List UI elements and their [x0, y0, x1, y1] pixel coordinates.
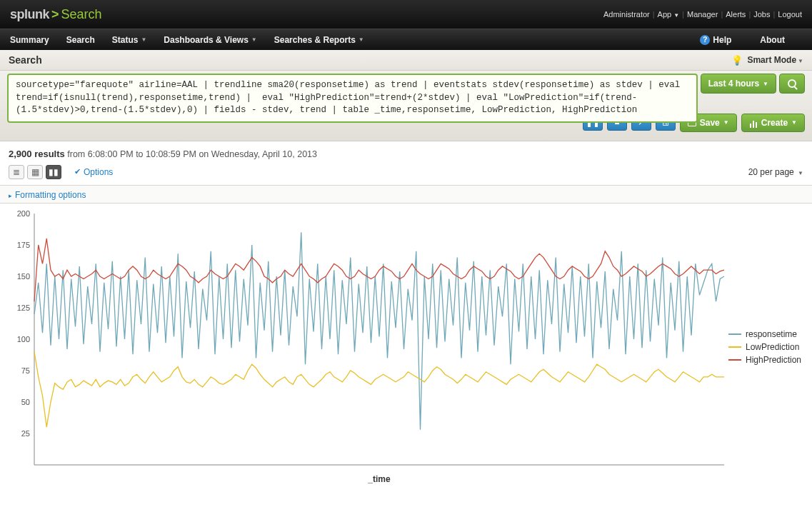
menu-about[interactable]: About — [760, 35, 785, 45]
svg-text:200: 200 — [17, 209, 30, 218]
legend-responsetime: responsetime — [728, 329, 801, 339]
bars-icon — [749, 118, 758, 128]
logo-section: Search — [61, 7, 102, 22]
legend-highprediction: HighPrediction — [728, 355, 801, 365]
page-title: Search — [9, 54, 42, 66]
logout-link[interactable]: Logout — [778, 10, 802, 19]
chart-legend: responsetime LowPrediction HighPredictio… — [728, 208, 801, 486]
menu-dashboards[interactable]: Dashboards & Views▼ — [164, 35, 256, 45]
chart-area: 255075100125150175200_time responsetime … — [0, 204, 812, 493]
run-search-button[interactable] — [779, 74, 805, 94]
view-chart-icon[interactable]: ▮▮ — [46, 165, 61, 179]
svg-text:175: 175 — [17, 241, 30, 249]
logo-separator: > — [49, 7, 61, 22]
svg-text:_time: _time — [367, 474, 391, 484]
help-icon: ? — [700, 35, 710, 45]
formatting-bar: ▸Formatting options — [0, 186, 812, 204]
view-bar: ≣ ▦ ▮▮ ✔Options 20 per page ▼ — [0, 162, 812, 186]
menu-status[interactable]: Status▼ — [112, 35, 147, 45]
jobs-link[interactable]: Jobs — [753, 10, 770, 19]
top-bar: splunk > Search Administrator| App▼| Man… — [0, 0, 812, 29]
alerts-link[interactable]: Alerts — [726, 10, 746, 19]
create-button[interactable]: Create▼ — [741, 114, 805, 132]
svg-text:75: 75 — [21, 366, 30, 375]
menu-reports[interactable]: Searches & Reports▼ — [274, 35, 364, 45]
smart-mode-toggle[interactable]: Smart Mode▼ — [747, 55, 803, 65]
view-table-icon[interactable]: ▦ — [27, 165, 43, 179]
manager-link[interactable]: Manager — [687, 10, 718, 19]
svg-text:100: 100 — [17, 335, 30, 343]
line-chart: 255075100125150175200_time — [7, 208, 728, 486]
app-menu[interactable]: App▼ — [658, 10, 680, 19]
view-list-icon[interactable]: ≣ — [9, 165, 24, 179]
svg-text:50: 50 — [21, 398, 30, 406]
search-row: sourcetype="farequote" airline=AAL | tre… — [0, 71, 812, 128]
legend-lowprediction: LowPrediction — [728, 342, 801, 352]
top-right-links: Administrator| App▼| Manager| Alerts| Jo… — [603, 10, 802, 19]
check-icon: ✔ — [74, 167, 81, 176]
formatting-options-link[interactable]: ▸Formatting options — [9, 190, 86, 200]
search-input[interactable]: sourcetype="farequote" airline=AAL | tre… — [7, 74, 698, 123]
search-header: Search 💡 Smart Mode▼ — [0, 50, 812, 71]
admin-link[interactable]: Administrator — [603, 10, 650, 19]
time-range-picker[interactable]: Last 4 hours▼ — [701, 74, 776, 94]
bulb-icon: 💡 — [731, 55, 743, 66]
menu-bar: Summary Search Status▼ Dashboards & View… — [0, 29, 812, 50]
logo-brand: splunk — [10, 7, 49, 22]
svg-text:125: 125 — [17, 303, 30, 312]
search-icon — [788, 79, 796, 88]
results-summary: 2,900 results from 6:08:00 PM to 10:08:5… — [0, 141, 812, 162]
options-link[interactable]: ✔Options — [74, 167, 113, 177]
svg-text:25: 25 — [21, 429, 30, 438]
per-page-selector[interactable]: 20 per page ▼ — [748, 167, 803, 177]
menu-search[interactable]: Search — [66, 35, 95, 45]
svg-text:150: 150 — [17, 272, 30, 281]
menu-help[interactable]: ?Help — [700, 35, 731, 45]
menu-summary[interactable]: Summary — [10, 35, 49, 45]
